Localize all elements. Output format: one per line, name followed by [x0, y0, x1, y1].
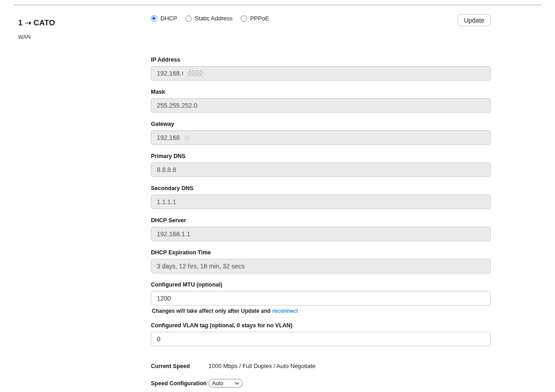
field-group-mask: Mask 255.255.252.0 — [151, 89, 491, 113]
dhcp-server-value: 192.168.1.1 — [157, 230, 190, 238]
ip-address-label: IP Address — [151, 57, 491, 63]
ip-address-value: 192.168. — [157, 70, 182, 77]
radio-option-static-address[interactable]: Static Address — [185, 15, 234, 22]
wan-settings-page: 1 ⇢ CATO WAN DHCP Static Address PPPoE U… — [0, 0, 555, 392]
ip-address-field: 192.168. — [151, 66, 491, 81]
gateway-label: Gateway — [151, 121, 491, 127]
field-group-primary-dns: Primary DNS 8.8.8.8 — [151, 153, 491, 177]
field-group-dhcp-server: DHCP Server 192.168.1.1 — [151, 217, 491, 241]
radio-option-pppoe[interactable]: PPPoE — [241, 15, 271, 22]
vlan-input[interactable] — [151, 332, 491, 346]
port-header: 1 ⇢ CATO WAN — [18, 18, 55, 40]
current-speed-row: Current Speed 1000 Mbps / Full Duplex / … — [151, 363, 491, 369]
primary-dns-value: 8.8.8.8 — [157, 166, 176, 173]
field-group-vlan: Configured VLAN tag (optional, 0 stays f… — [151, 322, 491, 346]
radio-dhcp-label[interactable]: DHCP — [160, 15, 179, 22]
redacted-pixels — [182, 72, 183, 75]
speed-section: Current Speed 1000 Mbps / Full Duplex / … — [151, 363, 491, 387]
dhcp-expiration-label: DHCP Expiration Time — [151, 249, 491, 256]
field-group-dhcp-expiration: DHCP Expiration Time 3 days, 12 hrs, 18 … — [151, 249, 491, 273]
redacted-pixels — [187, 70, 203, 76]
radio-static-address-label[interactable]: Static Address — [195, 15, 234, 22]
gateway-field: 192.168 — [151, 130, 491, 145]
mask-label: Mask — [151, 89, 491, 95]
mtu-note-text: Changes will take affect only after Upda… — [152, 308, 272, 314]
mtu-note: Changes will take affect only after Upda… — [151, 308, 491, 314]
radio-static-address-icon[interactable] — [185, 15, 192, 22]
radio-pppoe-label[interactable]: PPPoE — [250, 15, 271, 22]
reconnect-link[interactable]: reconnect — [272, 308, 298, 314]
dhcp-server-field: 192.168.1.1 — [151, 227, 491, 241]
wan-settings-form: IP Address 192.168. Mask 255.255.252.0 G… — [151, 53, 491, 387]
chevron-down-icon — [235, 381, 239, 386]
primary-dns-label: Primary DNS — [151, 153, 491, 159]
dhcp-expiration-field: 3 days, 12 hrs, 18 min, 32 secs — [151, 259, 491, 273]
radio-dhcp-icon[interactable] — [151, 15, 157, 22]
field-group-ip-address: IP Address 192.168. — [151, 57, 491, 81]
port-title: 1 ⇢ CATO — [18, 18, 55, 28]
current-speed-label: Current Speed — [151, 363, 208, 369]
speed-configuration-label: Speed Configuration — [151, 380, 208, 387]
speed-configuration-value: Auto — [212, 380, 223, 387]
field-group-mtu: Configured MTU (optional) — [151, 282, 491, 306]
current-speed-value: 1000 Mbps / Full Duplex / Auto Negotiate — [208, 363, 315, 369]
mask-value: 255.255.252.0 — [157, 102, 198, 109]
top-divider — [14, 5, 541, 5]
update-button[interactable]: Update — [458, 14, 491, 26]
redacted-pixels — [184, 135, 189, 140]
radio-option-dhcp[interactable]: DHCP — [151, 15, 179, 22]
field-group-secondary-dns: Secondary DNS 1.1.1.1 — [151, 185, 491, 209]
primary-dns-field: 8.8.8.8 — [151, 163, 491, 177]
secondary-dns-label: Secondary DNS — [151, 185, 491, 191]
speed-configuration-row: Speed Configuration Auto — [151, 379, 491, 387]
port-subtitle: WAN — [18, 34, 55, 40]
radio-pppoe-icon[interactable] — [241, 15, 247, 22]
secondary-dns-field: 1.1.1.1 — [151, 195, 491, 209]
field-group-gateway: Gateway 192.168 — [151, 121, 491, 145]
mtu-input[interactable] — [151, 291, 491, 306]
vlan-label: Configured VLAN tag (optional, 0 stays f… — [151, 322, 491, 329]
mtu-label: Configured MTU (optional) — [151, 282, 491, 288]
connection-mode-radio-group: DHCP Static Address PPPoE — [151, 15, 277, 22]
dhcp-server-label: DHCP Server — [151, 217, 491, 224]
dhcp-expiration-value: 3 days, 12 hrs, 18 min, 32 secs — [157, 263, 245, 270]
secondary-dns-value: 1.1.1.1 — [157, 198, 176, 206]
gateway-value: 192.168 — [157, 134, 180, 141]
mask-field: 255.255.252.0 — [151, 98, 491, 113]
speed-configuration-select[interactable]: Auto — [208, 379, 243, 387]
